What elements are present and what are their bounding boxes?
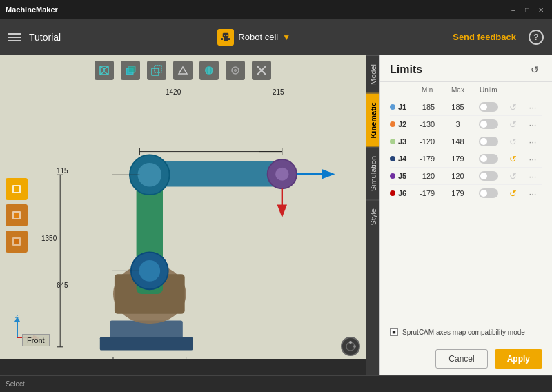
sprutcam-row: ■ SprutCAM axes map compatibility mode — [380, 322, 552, 342]
svg-rect-4 — [221, 38, 223, 40]
svg-rect-15 — [155, 66, 161, 72]
panel-reset-button[interactable]: ↺ — [527, 62, 542, 77]
titlebar-left: MachineMaker — [6, 6, 58, 14]
tab-simulation[interactable]: Simulation — [366, 147, 379, 199]
minimize-button[interactable]: – — [508, 4, 519, 15]
apply-button[interactable]: Apply — [495, 349, 542, 369]
joint-label-j2: J2 — [390, 120, 412, 128]
left-tool-1[interactable] — [6, 178, 28, 200]
left-tools — [6, 178, 28, 253]
help-button[interactable]: ? — [529, 30, 544, 45]
tab-kinematic[interactable]: Kinematic — [366, 93, 379, 147]
statusbar: Select — [0, 375, 552, 392]
joint-dot-j3 — [390, 139, 395, 144]
joint-toggle-j5[interactable] — [473, 171, 504, 181]
viewport[interactable]: 1420 215 115 1350 645 330 Z X Front — [0, 55, 366, 375]
joint-row-j5: J5 -120 120 ↺ ··· — [390, 168, 542, 185]
col-more-header — [523, 86, 542, 94]
joint-min-j2: -130 — [412, 120, 442, 128]
dim-1420: 1420 — [166, 88, 181, 96]
svg-rect-28 — [14, 239, 19, 244]
joint-dot-j6 — [390, 190, 395, 196]
svg-rect-13 — [128, 66, 135, 72]
sprutcam-checkbox[interactable]: ■ — [390, 328, 398, 336]
dim-215: 215 — [273, 88, 284, 96]
vp-tool-cross[interactable] — [252, 61, 271, 80]
joint-toggle-j1[interactable] — [473, 102, 504, 112]
joint-toggle-j3[interactable] — [473, 137, 504, 146]
vp-tool-target[interactable] — [226, 61, 245, 80]
robot-dropdown-arrow[interactable]: ▼ — [282, 32, 290, 42]
left-tool-2[interactable] — [6, 204, 28, 226]
joint-toggle-j4[interactable] — [473, 154, 504, 164]
view-label: Front — [22, 334, 50, 346]
dim-645: 645 — [57, 282, 68, 289]
status-mode: Select — [6, 380, 25, 388]
joint-angle-j1[interactable]: ↺ — [507, 101, 520, 113]
titlebar-controls: – □ ✕ — [508, 4, 546, 15]
dim-115: 115 — [57, 167, 68, 175]
joint-label-j6: J6 — [390, 189, 412, 197]
svg-point-2 — [226, 35, 228, 36]
svg-point-64 — [349, 341, 352, 344]
joint-angle-j2[interactable]: ↺ — [507, 118, 520, 130]
toolbar-left: Tutorial — [8, 32, 61, 43]
vp-tool-wireframe[interactable] — [95, 61, 114, 80]
hamburger-menu[interactable] — [8, 33, 21, 41]
tab-style[interactable]: Style — [366, 199, 379, 233]
rotation-indicator[interactable] — [341, 337, 360, 356]
joint-row-j1: J1 -185 185 ↺ ··· — [390, 99, 542, 116]
toolbar-title: Tutorial — [29, 32, 61, 43]
toolbar-center: Robot cell ▼ — [217, 29, 290, 46]
joint-row-j2: J2 -130 3 ↺ ··· — [390, 116, 542, 133]
col-joint-header — [390, 86, 412, 94]
joint-more-j3[interactable]: ··· — [523, 137, 542, 147]
joint-row-j3: J3 -120 148 ↺ ··· — [390, 133, 542, 150]
col-max-header: Max — [442, 86, 473, 94]
vp-tool-box[interactable] — [121, 61, 140, 80]
svg-point-36 — [138, 163, 162, 187]
left-tool-3[interactable] — [6, 231, 28, 253]
right-tabs: Model Kinematic Simulation Style — [366, 55, 379, 375]
maximize-button[interactable]: □ — [522, 4, 533, 15]
joint-max-j3: 148 — [442, 137, 473, 146]
svg-point-16 — [205, 66, 213, 75]
panel-title: Limits — [390, 63, 422, 76]
vp-tool-corner[interactable] — [147, 61, 166, 80]
joint-angle-j6[interactable]: ↺ — [507, 187, 520, 199]
svg-point-40 — [275, 168, 288, 181]
svg-rect-3 — [224, 37, 228, 41]
joint-more-j4[interactable]: ··· — [523, 154, 542, 164]
close-button[interactable]: ✕ — [535, 4, 546, 15]
svg-point-65 — [353, 345, 356, 348]
joint-max-j6: 179 — [442, 189, 473, 197]
joint-label-j4: J4 — [390, 155, 412, 163]
joint-more-j5[interactable]: ··· — [523, 171, 542, 182]
send-feedback-button[interactable]: Send feedback — [447, 29, 522, 45]
joint-more-j6[interactable]: ··· — [523, 188, 542, 199]
svg-rect-5 — [228, 38, 230, 40]
dim-1350: 1350 — [41, 235, 57, 242]
joint-more-j2[interactable]: ··· — [523, 119, 542, 130]
vp-tool-shape[interactable] — [173, 61, 193, 80]
svg-point-38 — [139, 260, 160, 282]
joint-min-j3: -120 — [412, 137, 442, 146]
joint-angle-j4[interactable]: ↺ — [507, 153, 520, 165]
main-toolbar: Tutorial Robot cell ▼ Send feedback ? — [0, 19, 552, 55]
col-unlim-header: Unlim — [473, 86, 504, 94]
joint-more-j1[interactable]: ··· — [523, 102, 542, 112]
joint-angle-j3[interactable]: ↺ — [507, 135, 520, 148]
tab-model[interactable]: Model — [366, 55, 379, 93]
joint-angle-j5[interactable]: ↺ — [507, 170, 520, 182]
joint-row-j4: J4 -179 179 ↺ ··· — [390, 150, 542, 168]
joint-dot-j2 — [390, 121, 395, 127]
joint-label-j5: J5 — [390, 172, 412, 180]
col-angle-header — [504, 86, 523, 94]
svg-rect-26 — [14, 213, 19, 218]
vp-tool-sphere[interactable] — [199, 61, 219, 80]
titlebar: MachineMaker – □ ✕ — [0, 0, 552, 19]
joint-toggle-j6[interactable] — [473, 188, 504, 198]
joint-toggle-j2[interactable] — [473, 119, 504, 129]
cancel-button[interactable]: Cancel — [435, 349, 487, 369]
joint-label-j1: J1 — [390, 103, 412, 111]
